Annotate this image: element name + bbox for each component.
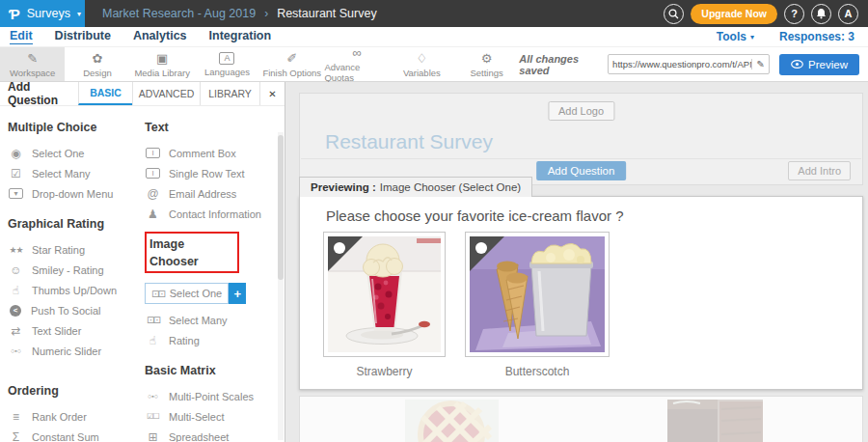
- add-logo-button[interactable]: Add Logo: [548, 101, 614, 121]
- tool-workspace[interactable]: ✎ Workspace: [0, 47, 65, 81]
- responses-count[interactable]: Responses: 3: [779, 30, 854, 43]
- search-button[interactable]: [664, 4, 684, 24]
- topbar-actions: Upgrade Now ? A: [664, 4, 868, 24]
- upgrade-now-button[interactable]: Upgrade Now: [691, 4, 777, 24]
- tool-label: Workspace: [10, 68, 55, 78]
- tool-languages[interactable]: A Languages: [195, 47, 259, 81]
- item-label: Constant Sum: [32, 431, 99, 442]
- menu-integration[interactable]: Integration: [209, 29, 272, 44]
- item-select-one[interactable]: ◉ Select One: [8, 143, 137, 163]
- item-rank-order[interactable]: ≡ Rank Order: [8, 406, 137, 427]
- notifications-button[interactable]: [811, 4, 831, 24]
- chevron-down-icon: ▾: [750, 33, 754, 41]
- numeric-slider-icon: ○▪○: [8, 347, 24, 354]
- previewing-question-type: Image Chooser (Select One): [380, 181, 521, 193]
- tag-icon: ♢: [417, 51, 428, 66]
- item-thumbs-up-down[interactable]: ☝ Thumbs Up/Down: [8, 280, 137, 300]
- item-smiley-rating[interactable]: ☺ Smiley - Rating: [8, 260, 137, 280]
- image-option-strawberry: Strawberry: [323, 232, 446, 378]
- item-multi-select[interactable]: ☑☐ Multi-Select: [145, 406, 278, 427]
- item-label: Drop-down Menu: [32, 188, 113, 200]
- item-single-row-text[interactable]: I Single Row Text: [145, 163, 278, 183]
- tools-label: Tools: [717, 30, 746, 43]
- item-label: Single Row Text: [169, 168, 245, 180]
- item-label: Thumbs Up/Down: [32, 285, 117, 296]
- item-label: Comment Box: [169, 148, 236, 159]
- tools-menu[interactable]: Tools ▾: [717, 30, 754, 43]
- add-question-type-button[interactable]: +: [229, 283, 246, 304]
- section-multiple-choice: Multiple Choice: [8, 121, 137, 134]
- add-intro-button[interactable]: Add Intro: [788, 161, 851, 180]
- menu-edit[interactable]: Edit: [10, 29, 33, 44]
- item-select-many[interactable]: ☑ Select Many: [8, 163, 137, 183]
- item-push-to-social[interactable]: < Push To Social: [8, 300, 137, 320]
- tool-settings[interactable]: ⚙ Settings: [454, 47, 519, 81]
- item-image-select-one[interactable]: ⊡⊡ Select One: [145, 283, 229, 304]
- menu-right: Tools ▾ Responses: 3: [717, 30, 854, 43]
- item-dropdown-menu[interactable]: ▾ Drop-down Menu: [8, 183, 137, 204]
- panel-scrollbar[interactable]: [278, 132, 284, 440]
- survey-title[interactable]: Restaurant Survey: [325, 130, 493, 153]
- item-star-rating[interactable]: ★★ Star Rating: [8, 239, 137, 260]
- tool-design[interactable]: ✿ Design: [65, 47, 129, 81]
- survey-url[interactable]: https://www.questionpro.com/t/APNrFZ: [609, 59, 751, 69]
- item-numeric-slider[interactable]: ○▪○ Numeric Slider: [8, 341, 137, 361]
- item-comment-box[interactable]: I Comment Box: [145, 143, 278, 163]
- item-label: Multi-Select: [169, 411, 224, 423]
- add-question-panel: Add Question BASIC ADVANCED LIBRARY ✕ Mu…: [0, 82, 285, 442]
- search-icon: [668, 9, 679, 19]
- save-status: All changes saved: [519, 53, 598, 76]
- survey-url-field[interactable]: https://www.questionpro.com/t/APNrFZ ✎: [608, 54, 770, 74]
- breadcrumb-folder[interactable]: Market Research - Aug 2019: [102, 7, 256, 20]
- close-icon[interactable]: ✕: [259, 82, 285, 105]
- item-image-rating[interactable]: ☝ Rating: [145, 330, 278, 350]
- tool-variables[interactable]: ♢ Variables: [390, 47, 454, 81]
- menu-items: Edit Distribute Analytics Integration: [10, 29, 271, 44]
- radio-circle-icon[interactable]: [475, 242, 487, 254]
- item-contact-information[interactable]: ♟ Contact Information: [145, 204, 278, 224]
- edit-toolbar: ✎ Workspace ✿ Design ▣ Media Library A L…: [0, 46, 868, 82]
- toolbar-right: All changes saved https://www.questionpr…: [519, 47, 868, 81]
- item-label: Push To Social: [31, 305, 101, 317]
- item-spreadsheet[interactable]: ⊞ Spreadsheet: [145, 427, 278, 442]
- item-multi-point-scales[interactable]: ○▪○ Multi-Point Scales: [145, 386, 278, 406]
- section-graphical-rating: Graphical Rating: [8, 217, 137, 231]
- edit-url-icon[interactable]: ✎: [751, 59, 769, 69]
- help-button[interactable]: ?: [784, 4, 804, 24]
- tool-label: Finish Options: [262, 68, 321, 78]
- multi-checkbox-icon: ☑☐: [145, 412, 161, 421]
- menu-distribute[interactable]: Distribute: [55, 29, 111, 44]
- panel-column-2: Text I Comment Box I Single Row Text @ E…: [145, 106, 278, 442]
- option-corner-badge: [470, 236, 504, 271]
- surveys-product-menu[interactable]: Ƥ Surveys ▾: [0, 0, 85, 27]
- menu-analytics[interactable]: Analytics: [133, 29, 187, 44]
- tool-label: Media Library: [134, 68, 190, 78]
- avatar[interactable]: A: [838, 4, 858, 24]
- highlight-annotation: Image Chooser: [145, 232, 239, 273]
- strawberry-option-tile[interactable]: [323, 232, 446, 357]
- survey-editor-area: Add Logo Restaurant Survey Add Question …: [285, 82, 868, 442]
- tool-label: Variables: [403, 68, 441, 78]
- breadcrumb-separator: ›: [264, 7, 268, 20]
- item-text-slider[interactable]: ⇄ Text Slider: [8, 320, 137, 341]
- tool-media-library[interactable]: ▣ Media Library: [130, 47, 195, 81]
- preview-button[interactable]: Preview: [779, 54, 859, 75]
- radio-circle-icon[interactable]: [334, 242, 345, 254]
- tab-advanced[interactable]: ADVANCED: [132, 82, 200, 105]
- item-constant-sum[interactable]: Σ Constant Sum: [8, 427, 137, 442]
- tool-advance-quotas[interactable]: ∞ Advance Quotas: [324, 47, 389, 81]
- question-text: Please choose your favorite ice-cream fl…: [326, 207, 623, 224]
- grid-icon: ⊞: [145, 430, 161, 442]
- panel-column-1: Multiple Choice ◉ Select One ☑ Select Ma…: [8, 106, 137, 442]
- item-label: Smiley - Rating: [32, 264, 104, 276]
- share-icon: <: [10, 305, 21, 317]
- breadcrumb: Market Research - Aug 2019 › Restaurant …: [102, 7, 377, 20]
- scrollbar-thumb[interactable]: [278, 135, 284, 280]
- tab-library[interactable]: LIBRARY: [200, 82, 259, 105]
- butterscotch-option-tile[interactable]: [465, 232, 610, 357]
- item-email-address[interactable]: @ Email Address: [145, 183, 278, 204]
- item-image-select-many[interactable]: ⊡⊡ Select Many: [145, 310, 278, 330]
- add-question-button[interactable]: Add Question: [536, 161, 627, 180]
- tab-basic[interactable]: BASIC: [78, 82, 132, 105]
- tool-finish-options[interactable]: ✐ Finish Options: [259, 47, 324, 81]
